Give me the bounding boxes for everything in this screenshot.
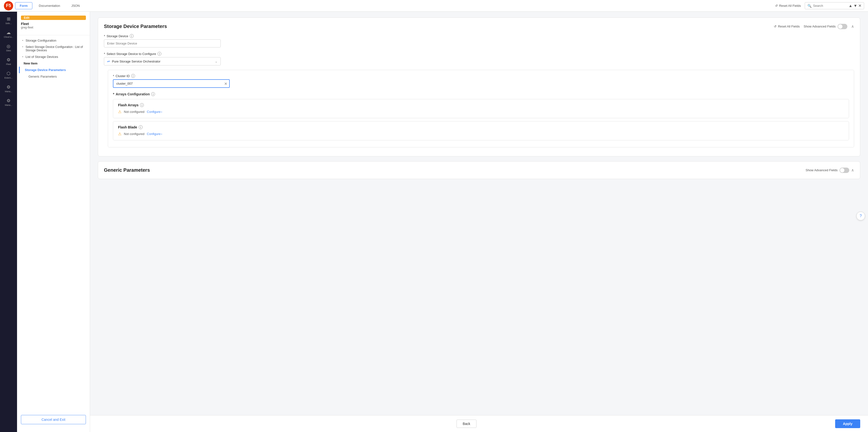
- sidebar-label-manage: Mana...: [5, 91, 12, 93]
- flash-blade-info-icon[interactable]: i: [139, 125, 143, 129]
- flash-arrays-configure-label: Configure: [147, 110, 161, 113]
- sidebar-item-select[interactable]: ⊞ Sele...: [3, 14, 14, 26]
- nav-footer: Cancel and Exit: [17, 411, 90, 428]
- flash-blade-item: Flash Blade i ⚠ Not configured Configure…: [113, 121, 849, 140]
- generic-params-header: Generic Parameters Show Advanced Fields …: [104, 167, 854, 173]
- sidebar-item-cloud[interactable]: ☁ Cloud a...: [3, 28, 14, 40]
- main-layout: ⊞ Sele... ☁ Cloud a... ◎ Sites ⚙ Fleet ⬡…: [0, 12, 868, 432]
- select-storage-info-icon[interactable]: i: [157, 52, 161, 56]
- arrays-config-label: * Arrays Configuration i: [113, 92, 849, 96]
- fleet-subtitle: greg-fleet: [17, 26, 90, 33]
- search-next-button[interactable]: ▼: [854, 3, 857, 8]
- flash-blade-title: Flash Blade i: [118, 125, 844, 129]
- search-nav: ▲ ▼ ✕: [848, 3, 862, 8]
- manage2-icon: ⚙: [6, 98, 10, 103]
- flash-arrays-status-row: ⚠ Not configured Configure ›: [118, 109, 844, 114]
- search-box[interactable]: 🔍 ▲ ▼ ✕: [805, 2, 864, 9]
- flash-blade-warning-icon: ⚠: [118, 132, 121, 136]
- sidebar-label-extern: Extern...: [4, 77, 13, 79]
- storage-device-field-group: * Storage Device i: [104, 34, 854, 47]
- cluster-id-wrapper: ✕: [113, 79, 230, 88]
- sidebar-item-manage2[interactable]: ⚙ Mana...: [3, 96, 14, 108]
- flash-arrays-info-icon[interactable]: i: [140, 103, 144, 107]
- content-wrapper: Storage Device Parameters ↺ Reset All Fi…: [90, 12, 868, 432]
- nav-generic-params[interactable]: Generic Parameters: [19, 73, 88, 80]
- storage-params-header: Storage Device Parameters ↺ Reset All Fi…: [104, 24, 854, 29]
- flash-arrays-warning-icon: ⚠: [118, 109, 121, 114]
- sidebar-item-manage[interactable]: ⚙ Mana...: [3, 83, 14, 94]
- search-prev-button[interactable]: ▲: [848, 3, 852, 8]
- flash-blade-configure-link[interactable]: Configure ›: [147, 132, 162, 136]
- nav-panel: Edit Fleet greg-fleet Storage Configurat…: [17, 12, 90, 432]
- manage-icon: ⚙: [6, 85, 10, 90]
- tab-json[interactable]: JSON: [67, 2, 85, 9]
- flash-arrays-chevron-right-icon: ›: [161, 110, 162, 113]
- generic-collapse-icon[interactable]: ∧: [851, 168, 854, 172]
- storage-device-label-text: Storage Device: [106, 34, 128, 38]
- reset-icon-section: ↺: [774, 25, 776, 28]
- generic-show-advanced-label: Show Advanced Fields: [805, 168, 838, 172]
- sidebar-label-manage2: Mana...: [5, 104, 12, 106]
- arrays-config-label-text: Arrays Configuration: [116, 92, 150, 96]
- select-storage-dropdown[interactable]: ⇌ Pure Storage Service Orchestrator ⌄: [104, 57, 221, 65]
- reset-all-label: Reset All Fields: [779, 4, 801, 7]
- nav-select-storage[interactable]: Select Storage Device Configuration : Li…: [19, 44, 88, 54]
- search-close-button[interactable]: ✕: [858, 3, 862, 8]
- storage-device-info-icon[interactable]: i: [130, 34, 133, 38]
- generic-params-card: Generic Parameters Show Advanced Fields …: [98, 161, 860, 179]
- storage-params-title: Storage Device Parameters: [104, 24, 167, 29]
- storage-type-icon: ⇌: [107, 59, 110, 63]
- select-storage-req-star: *: [104, 52, 105, 56]
- collapse-section-icon[interactable]: ∧: [851, 24, 854, 29]
- nav-new-item[interactable]: New Item: [19, 60, 88, 67]
- sidebar-label-fleet: Fleet: [6, 63, 11, 66]
- sidebar-item-sites[interactable]: ◎ Sites: [3, 42, 14, 54]
- flash-blade-status-text: Not configured: [124, 132, 145, 136]
- storage-params-actions: ↺ Reset All Fields Show Advanced Fields …: [774, 24, 854, 29]
- generic-params-title: Generic Parameters: [104, 167, 150, 173]
- show-advanced-toggle[interactable]: [838, 24, 847, 29]
- select-storage-label: * Select Storage Device to Configure i: [104, 52, 854, 56]
- apply-button[interactable]: Apply: [835, 419, 860, 428]
- reset-all-fields-link[interactable]: ↺ Reset All Fields: [774, 25, 800, 28]
- tab-documentation[interactable]: Documentation: [34, 2, 65, 9]
- extern-icon: ⬡: [6, 71, 10, 76]
- edit-badge: Edit: [21, 15, 86, 20]
- nav-storage-device-params[interactable]: Storage Device Parameters: [19, 67, 88, 73]
- flash-blade-label-text: Flash Blade: [118, 125, 137, 129]
- storage-device-label: * Storage Device i: [104, 34, 854, 38]
- arrays-config-section: * Arrays Configuration i Flash Arrays i: [113, 92, 849, 140]
- cluster-id-input[interactable]: [113, 79, 230, 88]
- sidebar-item-fleet[interactable]: ⚙ Fleet: [3, 56, 14, 67]
- tab-form[interactable]: Form: [15, 2, 32, 9]
- storage-device-input[interactable]: [104, 39, 221, 47]
- cluster-id-clear-icon[interactable]: ✕: [224, 81, 227, 86]
- arrays-config-info-icon[interactable]: i: [151, 92, 155, 96]
- flash-arrays-title: Flash Arrays i: [118, 103, 844, 107]
- flash-arrays-configure-link[interactable]: Configure ›: [147, 110, 162, 113]
- search-input[interactable]: [813, 4, 847, 7]
- flash-blade-chevron-right-icon: ›: [161, 132, 162, 136]
- generic-advanced-toggle[interactable]: [840, 168, 849, 173]
- sites-icon: ◎: [6, 43, 10, 49]
- flash-blade-status-row: ⚠ Not configured Configure ›: [118, 132, 844, 136]
- select-storage-label-text: Select Storage Device to Configure: [106, 52, 156, 56]
- bottom-bar: Back Apply: [90, 415, 868, 432]
- sidebar-label-select: Sele...: [5, 22, 12, 25]
- cluster-id-info-icon[interactable]: i: [131, 74, 135, 78]
- grid-icon: ⊞: [7, 16, 10, 22]
- fleet-icon: ⚙: [6, 57, 10, 63]
- cancel-exit-button[interactable]: Cancel and Exit: [21, 415, 86, 424]
- sidebar-item-extern[interactable]: ⬡ Extern...: [3, 69, 14, 81]
- reset-all-fields-label: Reset All Fields: [778, 25, 800, 28]
- back-button[interactable]: Back: [457, 420, 476, 428]
- search-icon: 🔍: [807, 4, 811, 8]
- sidebar-label-cloud: Cloud a...: [4, 36, 13, 38]
- nav-storage-config[interactable]: Storage Configuration: [19, 37, 88, 44]
- nav-list-storage[interactable]: List of Storage Devices: [19, 54, 88, 60]
- cluster-id-label: * Cluster ID i: [113, 74, 849, 78]
- f5-logo: F5: [4, 1, 13, 10]
- help-button[interactable]: ?: [856, 211, 865, 221]
- topbar-reset-all[interactable]: ↺ Reset All Fields: [775, 4, 801, 7]
- select-chevron-down-icon: ⌄: [215, 60, 218, 63]
